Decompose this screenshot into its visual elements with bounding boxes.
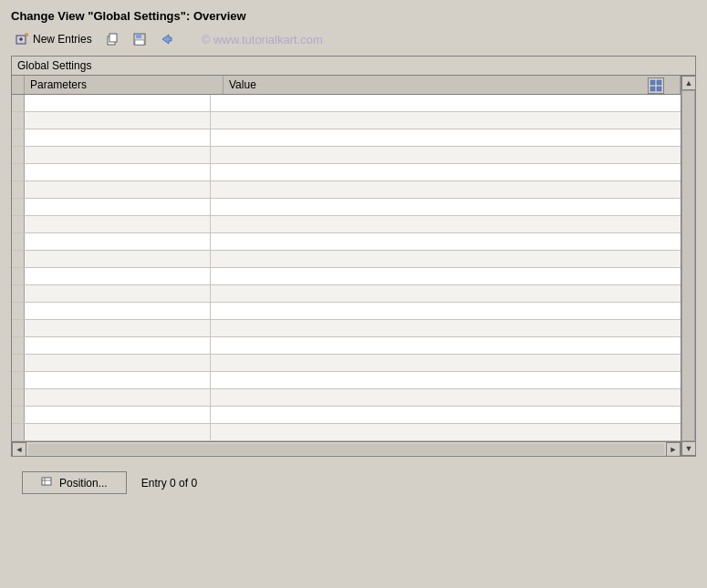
save-button[interactable] — [129, 30, 151, 48]
table-main: Parameters Value — [12, 76, 681, 456]
value-cell[interactable] — [211, 147, 681, 163]
row-selector[interactable] — [12, 112, 25, 129]
table-row — [12, 268, 681, 285]
column-header-parameters: Parameters — [25, 76, 224, 94]
value-cell[interactable] — [211, 164, 681, 181]
new-entries-label: New Entries — [33, 33, 92, 46]
position-icon — [41, 475, 54, 490]
value-cell[interactable] — [211, 216, 681, 232]
params-cell[interactable] — [25, 424, 211, 440]
scroll-right-button[interactable]: ► — [666, 442, 681, 457]
value-cell[interactable] — [211, 268, 681, 284]
row-selector[interactable] — [12, 233, 25, 250]
params-cell[interactable] — [25, 268, 211, 284]
value-cell[interactable] — [211, 199, 681, 215]
row-selector[interactable] — [12, 303, 25, 319]
table-row — [12, 372, 681, 389]
svg-rect-6 — [136, 34, 141, 38]
table-row — [12, 337, 681, 355]
params-cell[interactable] — [25, 147, 211, 163]
value-cell[interactable] — [211, 372, 681, 388]
row-selector[interactable] — [12, 129, 25, 146]
table-row — [12, 407, 681, 424]
value-cell[interactable] — [211, 95, 681, 111]
value-cell[interactable] — [211, 389, 681, 406]
row-selector[interactable] — [12, 355, 25, 371]
row-selector[interactable] — [12, 95, 25, 111]
row-selector[interactable] — [12, 181, 25, 198]
params-cell[interactable] — [25, 233, 211, 250]
value-cell[interactable] — [211, 112, 681, 129]
params-cell[interactable] — [25, 407, 211, 423]
v-scroll-track[interactable] — [681, 90, 695, 441]
value-cell[interactable] — [211, 303, 681, 319]
row-selector[interactable] — [12, 268, 25, 284]
row-selector[interactable] — [12, 389, 25, 406]
scroll-up-button[interactable]: ▲ — [681, 76, 696, 90]
params-cell[interactable] — [25, 199, 211, 215]
row-selector[interactable] — [12, 337, 25, 354]
row-selector[interactable] — [12, 147, 25, 163]
params-cell[interactable] — [25, 164, 211, 181]
scroll-left-button[interactable]: ◄ — [12, 442, 26, 457]
table-body — [12, 95, 681, 441]
svg-rect-8 — [650, 80, 655, 85]
value-cell[interactable] — [211, 181, 681, 198]
params-cell[interactable] — [25, 216, 211, 232]
params-cell[interactable] — [25, 337, 211, 354]
params-cell[interactable] — [25, 251, 211, 267]
table-row — [12, 216, 681, 233]
row-selector[interactable] — [12, 372, 25, 388]
value-cell[interactable] — [211, 233, 681, 250]
row-selector[interactable] — [12, 407, 25, 423]
params-cell[interactable] — [25, 285, 211, 302]
table-row — [12, 233, 681, 251]
row-selector[interactable] — [12, 251, 25, 267]
value-cell[interactable] — [211, 407, 681, 423]
svg-rect-10 — [650, 87, 655, 91]
table-row — [12, 147, 681, 164]
toolbar: New Entries — [4, 26, 703, 52]
row-selector[interactable] — [12, 199, 25, 215]
position-button[interactable]: Position... — [22, 471, 127, 494]
value-cell[interactable] — [211, 129, 681, 146]
table-row — [12, 95, 681, 112]
new-entries-button[interactable]: New Entries — [11, 30, 96, 48]
params-cell[interactable] — [25, 95, 211, 111]
row-selector[interactable] — [12, 285, 25, 302]
params-cell[interactable] — [25, 112, 211, 129]
svg-rect-9 — [657, 80, 661, 85]
value-cell[interactable] — [211, 285, 681, 302]
row-selector[interactable] — [12, 424, 25, 440]
value-cell[interactable] — [211, 355, 681, 371]
table-row — [12, 164, 681, 181]
value-cell[interactable] — [211, 320, 681, 336]
copy-button[interactable] — [101, 30, 123, 48]
svg-rect-11 — [657, 87, 661, 91]
params-cell[interactable] — [25, 303, 211, 319]
h-scroll-track[interactable] — [28, 444, 664, 455]
params-cell[interactable] — [25, 129, 211, 146]
main-window: Change View "Global Settings": Overview … — [0, 0, 707, 588]
table-row — [12, 320, 681, 337]
watermark-text: © www.tutorialkart.com — [202, 33, 323, 46]
table-row — [12, 424, 681, 441]
params-cell[interactable] — [25, 320, 211, 336]
footer: Position... Entry 0 of 0 — [4, 464, 703, 501]
column-header-value: Value — [224, 76, 681, 94]
params-cell[interactable] — [25, 181, 211, 198]
title-bar: Change View "Global Settings": Overview — [4, 4, 703, 26]
params-cell[interactable] — [25, 372, 211, 388]
value-cell[interactable] — [211, 337, 681, 354]
params-cell[interactable] — [25, 389, 211, 406]
table-row — [12, 303, 681, 320]
row-selector[interactable] — [12, 164, 25, 181]
navigate-button[interactable] — [156, 30, 178, 48]
row-selector[interactable] — [12, 320, 25, 336]
value-cell[interactable] — [211, 424, 681, 440]
params-cell[interactable] — [25, 355, 211, 371]
value-cell[interactable] — [211, 251, 681, 267]
scroll-down-button[interactable]: ▼ — [681, 441, 696, 456]
row-selector[interactable] — [12, 216, 25, 232]
column-chooser-button[interactable] — [648, 77, 664, 94]
